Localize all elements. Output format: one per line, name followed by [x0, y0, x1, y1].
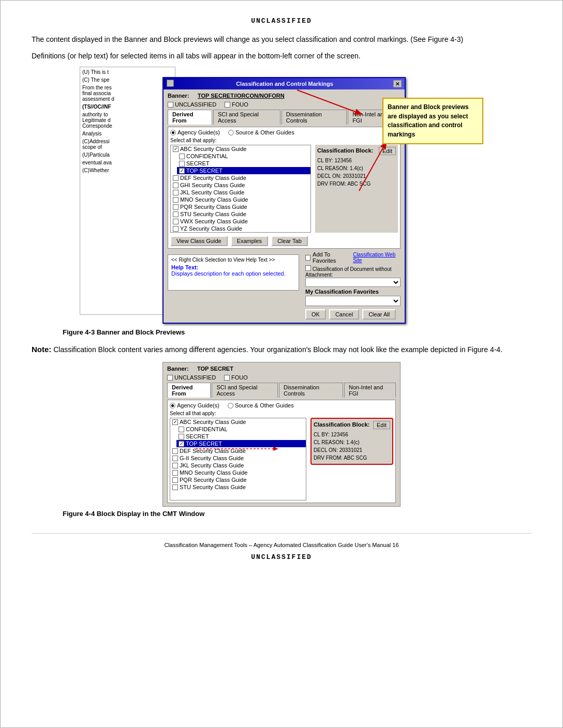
cb2-abc[interactable]: [172, 419, 178, 425]
cb-uncl2[interactable]: [167, 375, 173, 381]
tab2-derived[interactable]: Derived From: [167, 383, 211, 398]
list-item-mno[interactable]: MNO Security Class Guide: [171, 196, 310, 203]
cb-def[interactable]: [173, 175, 179, 181]
tab2-non-intel[interactable]: Non-Intel and FGI: [344, 383, 396, 398]
list-item-yz[interactable]: YZ Security Class Guide: [171, 225, 310, 232]
dialog-fig1: Classification and Control Markings ✕ Ba…: [162, 72, 406, 329]
cb2-def[interactable]: [172, 448, 178, 454]
li2-stu[interactable]: STU Security Class Guide: [170, 483, 306, 491]
radio-dot-source[interactable]: [228, 130, 234, 135]
li2-pqr[interactable]: PQR Security Class Guide: [170, 476, 306, 483]
clear-tab-button[interactable]: Clear Tab: [271, 236, 308, 246]
cl-doc-select[interactable]: [305, 278, 401, 287]
cb-fouo2[interactable]: [224, 375, 230, 381]
list-item-abc[interactable]: ABC Security Class Guide: [171, 145, 310, 153]
cb2-secret[interactable]: [179, 434, 184, 439]
cl-web-link[interactable]: Classification Web Site: [353, 252, 401, 263]
close-button[interactable]: ✕: [393, 80, 402, 87]
para1: The content displayed in the Banner and …: [32, 34, 531, 46]
help-description: Displays description for each option sel…: [171, 270, 295, 277]
cb-jkl[interactable]: [173, 190, 179, 195]
cb2-stu[interactable]: [172, 484, 178, 490]
tab2-sci[interactable]: SCI and Special Access: [212, 383, 278, 398]
cb-unclassified[interactable]: [168, 102, 173, 108]
radio2-agency[interactable]: Agency Guide(s): [170, 402, 219, 408]
footer-text: Classification Management Tools – Agency…: [32, 542, 531, 548]
list-label-ts: TOP SECRET: [186, 168, 223, 174]
banner-label: Banner:: [168, 93, 194, 99]
cb-yz[interactable]: [173, 226, 179, 232]
list-item-stu[interactable]: STU Security Class Guide: [171, 210, 310, 218]
radio-dot2-source[interactable]: [228, 403, 233, 408]
radio2-source[interactable]: Source & Other Guides: [228, 402, 294, 408]
cb2-jkl[interactable]: [172, 463, 178, 468]
view-class-guide-button[interactable]: View Class Guide: [170, 236, 228, 246]
tab-sci-special[interactable]: SCI and Special Access: [213, 110, 280, 125]
cb-pqr[interactable]: [173, 204, 179, 210]
li2-conf[interactable]: CONFIDENTIAL: [176, 426, 306, 433]
examples-button[interactable]: Examples: [231, 236, 268, 246]
clear-all-button[interactable]: Clear All: [362, 309, 396, 320]
cl-reason: CL REASON: 1.4(c): [317, 164, 396, 172]
edit-button[interactable]: Edit: [379, 147, 396, 155]
fouo-cb2[interactable]: FOUO: [224, 374, 248, 381]
list-item-secret[interactable]: SECRET: [177, 160, 310, 167]
cb-conf[interactable]: [179, 154, 185, 159]
unclassified-checkbox[interactable]: UNCLASSIFIED: [168, 101, 216, 108]
tab-derived-from[interactable]: Derived From: [168, 110, 212, 125]
list-item-ghi[interactable]: GHI Security Class Guide: [171, 181, 310, 189]
fouo-checkbox[interactable]: FOUO: [225, 101, 248, 108]
radio-dot-agency[interactable]: [170, 130, 176, 135]
tab2-dissem[interactable]: Dissemination Controls: [279, 383, 343, 398]
cancel-button[interactable]: Cancel: [329, 309, 359, 320]
banner-label-2: Banner:: [167, 366, 193, 372]
list-label-vwx: VWX Security Class Guide: [180, 218, 248, 224]
cb2-ts[interactable]: [179, 441, 184, 447]
cl-of-doc-row: Classification of Document without Attac…: [305, 265, 401, 287]
unclassified-cb2[interactable]: UNCLASSIFIED: [167, 374, 216, 381]
cb-secret[interactable]: [179, 161, 185, 166]
li2-secret[interactable]: SECRET: [176, 433, 306, 440]
cb2-pqr[interactable]: [172, 477, 178, 483]
li2-gii[interactable]: G-II Security Class Guide: [170, 454, 306, 462]
banner-row-2: Banner: TOP SECRET: [167, 366, 396, 372]
cb-vwx[interactable]: [173, 219, 179, 224]
tab-dissemination[interactable]: Dissemination Controls: [282, 110, 347, 125]
list-item-def[interactable]: DEF Security Class Guide: [171, 174, 310, 181]
cb-ts[interactable]: [179, 168, 185, 174]
cb-fouo[interactable]: [225, 102, 230, 108]
cb2-conf[interactable]: [179, 427, 184, 432]
dialog-titlebar: Classification and Control Markings ✕: [164, 78, 405, 89]
my-fav-select[interactable]: [305, 296, 401, 306]
my-fav-label: My Classification Favorites: [305, 289, 401, 295]
radio2-agency-label: Agency Guide(s): [177, 402, 219, 408]
li2-ts[interactable]: TOP SECRET: [176, 440, 306, 447]
li2-def[interactable]: DEF Security Class Guide: [170, 447, 306, 454]
dialog-body: Banner: TOP SECRET//ORCON/NOFORN UNCLASS…: [164, 89, 405, 323]
cb-cl-doc[interactable]: [305, 265, 311, 271]
list-item-topsecret[interactable]: TOP SECRET: [177, 167, 310, 174]
footer: Classification Management Tools – Agency…: [32, 533, 531, 561]
cb-stu[interactable]: [173, 211, 179, 217]
list-item-vwx[interactable]: VWX Security Class Guide: [171, 218, 310, 225]
cb-add-fav[interactable]: [305, 255, 310, 261]
list-item-pqr[interactable]: PQR Security Class Guide: [171, 203, 310, 210]
radio-agency-label: Agency Guide(s): [177, 129, 220, 135]
li2-abc[interactable]: ABC Security Class Guide: [170, 418, 306, 426]
radio-source[interactable]: Source & Other Guides: [228, 129, 294, 135]
edit-button-2[interactable]: Edit: [373, 421, 390, 429]
list-item-confidential[interactable]: CONFIDENTIAL: [177, 153, 310, 160]
li2-jkl[interactable]: JKL Security Class Guide: [170, 462, 306, 469]
cb-ghi[interactable]: [173, 183, 179, 188]
class-block-title: Classification Block:: [317, 147, 373, 154]
tabs-row-2: Derived From SCI and Special Access Diss…: [167, 383, 396, 398]
cb2-mno[interactable]: [172, 470, 178, 476]
cb2-gii[interactable]: [172, 456, 178, 461]
list-item-jkl[interactable]: JKL Security Class Guide: [171, 189, 310, 196]
radio-agency[interactable]: Agency Guide(s): [170, 129, 220, 135]
li2-mno[interactable]: MNO Security Class Guide: [170, 469, 306, 476]
cb-abc[interactable]: [173, 146, 179, 152]
ok-button[interactable]: OK: [305, 309, 326, 320]
cb-mno[interactable]: [173, 197, 179, 203]
radio-dot2-agency[interactable]: [170, 403, 175, 408]
